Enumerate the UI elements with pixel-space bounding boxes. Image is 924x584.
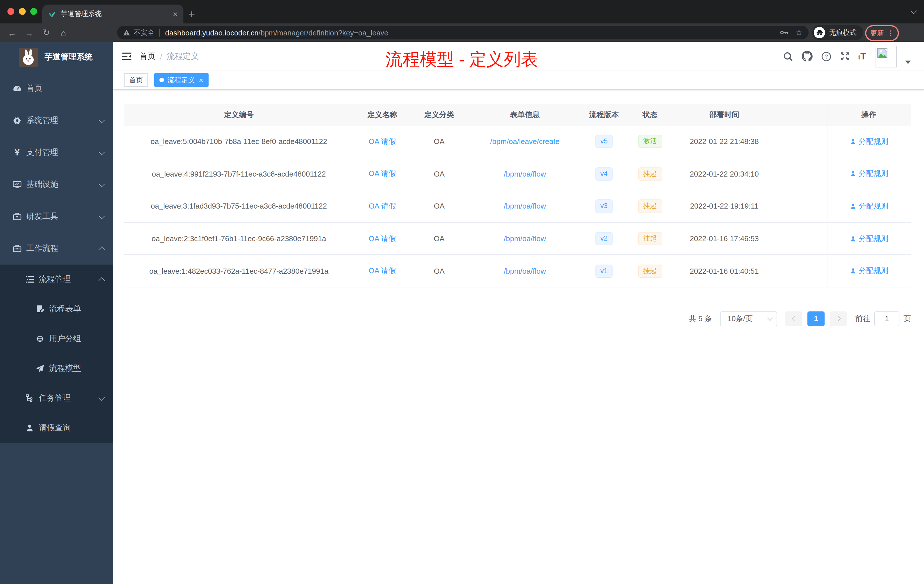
tags-view: 首页 流程定义 × xyxy=(113,71,924,90)
chevron-down-icon xyxy=(99,117,105,123)
group-icon xyxy=(35,334,45,343)
fullscreen-icon[interactable] xyxy=(840,51,850,61)
sidebar-item-user-group[interactable]: 用户分组 xyxy=(0,324,113,354)
assign-rule-link[interactable]: 分配规则 xyxy=(850,266,888,276)
browser-update-button[interactable]: 更新 ⋮ xyxy=(865,25,899,41)
chevron-left-icon xyxy=(792,316,797,322)
browser-tab[interactable]: 芋道管理系统 × xyxy=(42,5,183,23)
col-header: 操作 xyxy=(827,104,911,126)
sidebar-item-label: 流程管理 xyxy=(39,274,71,285)
password-key-icon[interactable] xyxy=(779,28,788,37)
tab-close-icon[interactable]: × xyxy=(173,10,178,18)
github-icon[interactable] xyxy=(802,51,812,62)
url-bar[interactable]: 不安全 dashboard.yudao.iocoder.cn /bpm/mana… xyxy=(117,26,808,40)
goto-unit: 页 xyxy=(903,314,911,324)
tag-process-definition[interactable]: 流程定义 × xyxy=(154,73,208,87)
sidebar-item-label: 研发工具 xyxy=(26,211,58,222)
col-header: 表单信息 xyxy=(467,104,582,126)
sidebar-item-process-form[interactable]: 流程表单 xyxy=(0,294,113,324)
form-link[interactable]: /bpm/oa/flow xyxy=(504,234,546,243)
url-path: /bpm/manager/definition?key=oa_leave xyxy=(259,28,389,37)
gear-icon xyxy=(13,116,22,125)
definition-name-link[interactable]: OA 请假 xyxy=(369,266,396,276)
url-divider xyxy=(159,28,160,36)
forward-icon[interactable]: → xyxy=(21,28,38,38)
chevron-right-icon xyxy=(835,316,841,322)
update-label[interactable]: 更新 xyxy=(870,28,884,38)
user-icon xyxy=(850,235,856,242)
col-header: 定义编号 xyxy=(124,104,354,126)
sidebar-item-home[interactable]: 首页 xyxy=(0,73,113,105)
close-window-button[interactable] xyxy=(7,8,14,15)
sidebar-item-process-model[interactable]: 流程模型 xyxy=(0,354,113,383)
table-row: oa_leave:5:004b710b-7b8a-11ec-8ef0-acde4… xyxy=(124,126,911,158)
form-link[interactable]: /bpm/oa/flow xyxy=(504,170,546,178)
workflow-submenu: 流程管理 流程表单 用户分组 xyxy=(0,265,113,443)
assign-rule-link[interactable]: 分配规则 xyxy=(850,137,888,147)
not-secure-warning-icon xyxy=(123,29,130,36)
security-label[interactable]: 不安全 xyxy=(134,28,154,38)
send-icon xyxy=(35,364,45,373)
sidebar-collapse-icon[interactable] xyxy=(122,52,132,61)
search-icon[interactable] xyxy=(782,51,793,61)
next-page-button[interactable] xyxy=(830,312,847,326)
form-link[interactable]: /bpm/oa/flow xyxy=(504,202,546,211)
version-badge: v4 xyxy=(595,167,612,181)
sidebar-item-task-mgmt[interactable]: 任务管理 xyxy=(0,383,113,413)
col-header: 定义名称 xyxy=(354,104,411,126)
form-link[interactable]: /bpm/oa/flow xyxy=(504,267,546,275)
sidebar-item-process-mgmt[interactable]: 流程管理 xyxy=(0,265,113,294)
definition-name-link[interactable]: OA 请假 xyxy=(369,233,396,244)
sidebar-item-devtools[interactable]: 研发工具 xyxy=(0,201,113,233)
sidebar-item-leave-query[interactable]: 请假查询 xyxy=(0,413,113,443)
tab-search-chevron-icon[interactable] xyxy=(911,8,917,14)
col-header: 状态 xyxy=(626,104,674,126)
form-link[interactable]: /bpm/oa/leave/create xyxy=(490,137,560,146)
cell-definition-id: oa_leave:3:1fad3d93-7b75-11ec-a3c8-acde4… xyxy=(124,190,354,222)
assign-rule-link[interactable]: 分配规则 xyxy=(850,201,888,211)
avatar-caret-icon[interactable] xyxy=(905,61,911,64)
definition-name-link[interactable]: OA 请假 xyxy=(369,169,396,179)
font-size-icon[interactable]: tT xyxy=(858,51,866,61)
sidebar-item-label: 请假查询 xyxy=(39,423,71,433)
monitor-icon xyxy=(13,180,22,189)
maximize-window-button[interactable] xyxy=(30,8,37,15)
sidebar-item-payment[interactable]: ¥ 支付管理 xyxy=(0,137,113,168)
status-badge: 挂起 xyxy=(638,167,662,181)
new-tab-button[interactable]: + xyxy=(188,5,195,23)
user-icon xyxy=(850,138,856,145)
sidebar-item-system[interactable]: 系统管理 xyxy=(0,105,113,137)
minimize-window-button[interactable] xyxy=(19,8,26,15)
browser-menu-dots-icon[interactable]: ⋮ xyxy=(887,29,894,37)
help-icon[interactable]: ? xyxy=(821,51,831,61)
briefcase-icon xyxy=(13,244,22,253)
sidebar-item-label: 基础设施 xyxy=(26,180,58,190)
sidebar-item-label: 支付管理 xyxy=(26,147,58,158)
definition-name-link[interactable]: OA 请假 xyxy=(369,201,396,211)
col-header: 流程版本 xyxy=(582,104,626,126)
back-icon[interactable]: ← xyxy=(3,28,21,38)
avatar[interactable] xyxy=(875,45,897,67)
assign-rule-link[interactable]: 分配规则 xyxy=(850,233,888,244)
breadcrumb-home[interactable]: 首页 xyxy=(139,51,155,61)
cell-deploy-time: 2022-01-22 20:34:10 xyxy=(674,158,774,190)
definition-name-link[interactable]: OA 请假 xyxy=(369,137,396,147)
page-size-select[interactable]: 10条/页 xyxy=(720,312,777,326)
bookmark-star-icon[interactable]: ☆ xyxy=(795,27,803,38)
assign-rule-link[interactable]: 分配规则 xyxy=(850,169,888,179)
goto-page-input[interactable] xyxy=(874,312,899,326)
home-icon[interactable]: ⌂ xyxy=(55,28,72,38)
yen-icon: ¥ xyxy=(13,148,22,157)
sidebar-item-infra[interactable]: 基础设施 xyxy=(0,168,113,201)
tag-home[interactable]: 首页 xyxy=(124,73,148,87)
tag-close-icon[interactable]: × xyxy=(199,76,203,84)
sidebar-item-workflow[interactable]: 工作流程 xyxy=(0,233,113,265)
favicon-plant-icon xyxy=(48,10,56,18)
cell-deploy-time: 2022-01-22 21:48:38 xyxy=(674,126,774,157)
sidebar-menu: 首页 系统管理 ¥ 支付管理 xyxy=(0,73,113,443)
form-icon xyxy=(35,305,45,314)
reload-icon[interactable]: ↻ xyxy=(38,27,55,38)
prev-page-button[interactable] xyxy=(785,312,802,326)
fixed-column-divider xyxy=(827,104,827,287)
current-page-button[interactable]: 1 xyxy=(807,312,825,326)
